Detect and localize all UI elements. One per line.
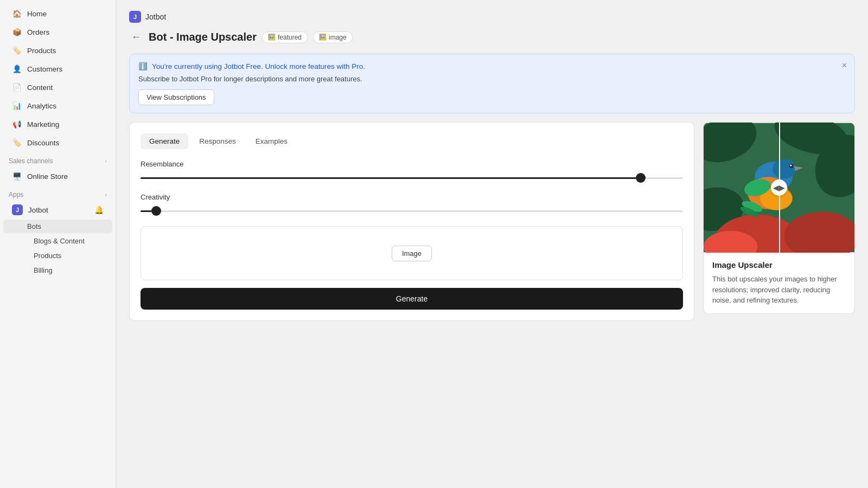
tab-generate[interactable]: Generate [141, 133, 188, 149]
sidebar-item-analytics-label: Analytics [27, 102, 56, 110]
tab-examples[interactable]: Examples [247, 133, 296, 149]
sales-channels-section: Sales channels › [0, 152, 116, 167]
banner-close-button[interactable]: × [842, 61, 847, 70]
sidebar-item-content[interactable]: 📄 Content [3, 79, 112, 96]
view-subscriptions-button[interactable]: View Subscriptions [138, 89, 214, 105]
creativity-slider[interactable] [141, 210, 683, 212]
generate-button[interactable]: Generate [141, 288, 683, 310]
app-header-bar: J Jotbot [129, 11, 855, 23]
sidebar-item-discounts-label: Discounts [27, 139, 59, 147]
products-sub-label: Products [34, 252, 61, 260]
right-panel-info: Image Upscaler This bot upscales your im… [704, 253, 854, 313]
banner-sub-text: Subscribe to Jotbot Pro for longer descr… [138, 75, 846, 83]
app-header-title: Jotbot [145, 12, 166, 21]
sidebar-item-home-label: Home [27, 10, 47, 18]
sidebar-item-products[interactable]: 🏷️ Products [3, 42, 112, 59]
main-content: J Jotbot ← Bot - Image Upscaler 🖼️ featu… [116, 0, 868, 488]
left-panel: Generate Responses Examples Resemblance … [129, 122, 694, 321]
tabs: Generate Responses Examples [141, 133, 683, 149]
right-panel: ◀▶ Image Upscaler This bot upscales your… [703, 122, 855, 314]
products-icon: 🏷️ [12, 46, 22, 55]
sidebar: 🏠 Home 📦 Orders 🏷️ Products 👤 Customers … [0, 0, 116, 488]
banner-info-text: You're currently using Jotbot Free. Unlo… [152, 62, 365, 70]
jotbot-left: J Jotbot [12, 204, 48, 215]
online-store-icon: 🖥️ [12, 171, 22, 181]
sidebar-item-billing[interactable]: Billing [3, 264, 112, 277]
info-circle-icon: ℹ️ [138, 62, 148, 70]
resemblance-slider[interactable] [141, 177, 683, 179]
page-title-bar: ← Bot - Image Upscaler 🖼️ featured 🖼️ im… [129, 30, 855, 44]
sidebar-item-customers[interactable]: 👤 Customers [3, 60, 112, 78]
sidebar-item-content-label: Content [27, 84, 53, 92]
blogs-content-label: Blogs & Content [34, 237, 85, 245]
creativity-slider-wrapper [141, 206, 683, 216]
sidebar-item-marketing-label: Marketing [27, 120, 59, 129]
banner-top: ℹ️ You're currently using Jotbot Free. U… [138, 62, 846, 70]
sidebar-item-products-sub[interactable]: Products [3, 249, 112, 262]
svg-point-9 [773, 159, 796, 178]
bird-image-container: ◀▶ [704, 123, 854, 253]
right-panel-title: Image Upscaler [712, 260, 846, 269]
sales-channels-chevron: › [105, 158, 107, 164]
right-panel-description: This bot upscales your images to higher … [712, 274, 846, 306]
back-button[interactable]: ← [129, 30, 143, 44]
sidebar-item-blogs-content[interactable]: Blogs & Content [3, 234, 112, 248]
home-icon: 🏠 [12, 9, 22, 18]
sidebar-item-discounts[interactable]: 🏷️ Discounts [3, 134, 112, 151]
content-icon: 📄 [12, 82, 22, 92]
tag-image: 🖼️ image [313, 31, 353, 43]
compare-handle[interactable]: ◀▶ [771, 179, 787, 196]
orders-icon: 📦 [12, 27, 22, 37]
resemblance-slider-wrapper [141, 172, 683, 183]
tag-featured: 🖼️ featured [262, 31, 308, 43]
jotbot-item[interactable]: J Jotbot 🔔 [3, 201, 112, 219]
sidebar-item-online-store[interactable]: 🖥️ Online Store [3, 168, 112, 185]
jotbot-label: Jotbot [28, 206, 48, 214]
resemblance-label: Resemblance [141, 160, 683, 168]
sidebar-item-analytics[interactable]: 📊 Analytics [3, 97, 112, 114]
sidebar-item-marketing[interactable]: 📢 Marketing [3, 115, 112, 133]
app-header-jotbot-icon: J [129, 11, 141, 23]
sidebar-item-products-label: Products [27, 47, 56, 55]
customers-icon: 👤 [12, 64, 22, 74]
sidebar-item-home[interactable]: 🏠 Home [3, 5, 112, 22]
apps-section: Apps › [0, 185, 116, 201]
creativity-label: Creativity [141, 193, 683, 201]
apps-chevron: › [105, 191, 107, 198]
svg-point-12 [790, 165, 792, 166]
sidebar-item-customers-label: Customers [27, 65, 62, 73]
image-button[interactable]: Image [392, 246, 432, 261]
sidebar-item-online-store-label: Online Store [27, 172, 68, 181]
bots-label: Bots [27, 222, 41, 230]
resemblance-section: Resemblance [141, 160, 683, 183]
discounts-icon: 🏷️ [12, 138, 22, 147]
page-title: Bot - Image Upscaler [149, 31, 257, 43]
upload-area[interactable]: Image [141, 226, 683, 280]
billing-label: Billing [34, 266, 53, 274]
marketing-icon: 📢 [12, 119, 22, 129]
tab-responses[interactable]: Responses [190, 133, 245, 149]
sidebar-item-orders-label: Orders [27, 28, 49, 36]
sidebar-item-orders[interactable]: 📦 Orders [3, 23, 112, 41]
content-area: Generate Responses Examples Resemblance … [129, 122, 855, 321]
bell-icon: 🔔 [94, 206, 104, 214]
analytics-icon: 📊 [12, 101, 22, 111]
jotbot-icon: J [12, 204, 23, 215]
creativity-section: Creativity [141, 193, 683, 216]
sidebar-item-bots[interactable]: Bots [3, 220, 112, 233]
upgrade-banner: × ℹ️ You're currently using Jotbot Free.… [129, 54, 855, 113]
